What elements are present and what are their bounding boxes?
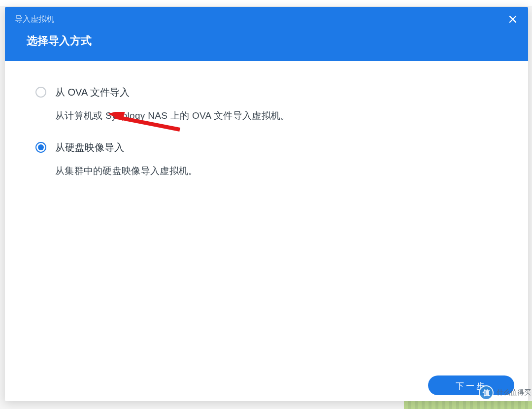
import-method-options: 从 OVA 文件导入 从计算机或 Synology NAS 上的 OVA 文件导… — [35, 86, 498, 177]
dialog-subtitle: 选择导入方式 — [5, 28, 528, 61]
dialog-body: 从 OVA 文件导入 从计算机或 Synology NAS 上的 OVA 文件导… — [5, 61, 528, 375]
dialog-header: 导入虚拟机 选择导入方式 — [5, 7, 528, 61]
watermark-text: 什么值得买 — [497, 388, 531, 397]
option-disk-image-text: 从硬盘映像导入 从集群中的硬盘映像导入虚拟机。 — [55, 141, 198, 177]
option-disk-image-label: 从硬盘映像导入 — [55, 141, 198, 154]
close-icon[interactable] — [507, 14, 518, 25]
dialog-titlebar: 导入虚拟机 — [5, 7, 528, 28]
watermark: 值 什么值得买 — [479, 385, 531, 400]
option-disk-image-description: 从集群中的硬盘映像导入虚拟机。 — [55, 165, 198, 177]
option-ova-import[interactable]: 从 OVA 文件导入 从计算机或 Synology NAS 上的 OVA 文件导… — [35, 86, 498, 122]
option-ova-description: 从计算机或 Synology NAS 上的 OVA 文件导入虚拟机。 — [55, 109, 290, 122]
background-bottom-strip — [404, 401, 532, 409]
import-vm-dialog: 导入虚拟机 选择导入方式 从 OVA 文件导入 从计算机或 Synology N… — [5, 7, 528, 401]
background-top-strip — [0, 0, 532, 7]
option-ova-text: 从 OVA 文件导入 从计算机或 Synology NAS 上的 OVA 文件导… — [55, 86, 290, 122]
option-disk-image-import[interactable]: 从硬盘映像导入 从集群中的硬盘映像导入虚拟机。 — [35, 141, 498, 177]
dialog-title: 导入虚拟机 — [15, 14, 54, 25]
radio-disk-image[interactable] — [35, 142, 46, 153]
option-ova-label: 从 OVA 文件导入 — [55, 86, 290, 99]
dialog-footer: 下一步 — [5, 375, 528, 401]
watermark-badge-icon: 值 — [479, 385, 494, 400]
radio-ova[interactable] — [35, 87, 46, 98]
